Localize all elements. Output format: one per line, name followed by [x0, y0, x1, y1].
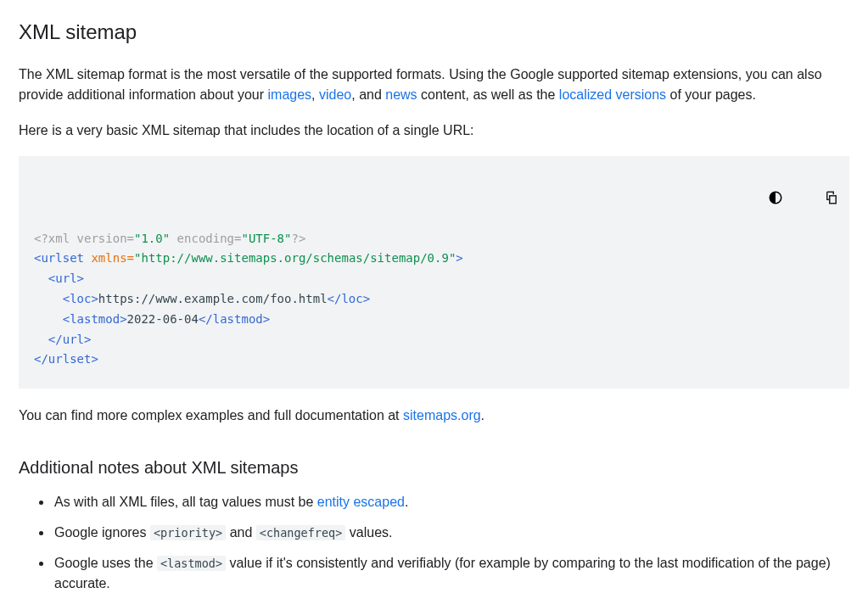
text: and — [226, 525, 256, 540]
code-token: "UTF-8" — [241, 232, 291, 245]
link-entity-escaped[interactable]: entity escaped — [317, 495, 405, 509]
list-item: Google ignores <priority> and <changefre… — [53, 523, 849, 543]
text: . — [481, 408, 484, 422]
notes-list: As with all XML files, all tag values mu… — [19, 492, 849, 593]
example-lead: Here is a very basic XML sitemap that in… — [19, 120, 849, 141]
code-toolbar — [742, 163, 841, 235]
code-token: version= — [77, 232, 134, 245]
text: . — [405, 495, 408, 509]
inline-code: <priority> — [150, 525, 226, 540]
code-token: encoding= — [170, 232, 241, 245]
link-localized-versions[interactable]: localized versions — [559, 87, 666, 102]
code-token: > — [456, 251, 462, 265]
code-token: <urlset — [34, 251, 84, 265]
text: content, as well as the — [417, 87, 559, 102]
code-token: </lastmod> — [199, 312, 270, 326]
code-token: "1.0" — [134, 232, 170, 245]
intro-paragraph: The XML sitemap format is the most versa… — [19, 64, 849, 105]
link-sitemaps-org[interactable]: sitemaps.org — [403, 408, 481, 422]
link-news[interactable]: news — [385, 87, 417, 102]
code-token: <lastmod> — [34, 312, 127, 326]
text: Google ignores — [54, 525, 150, 540]
list-item: As with all XML files, all tag values mu… — [53, 492, 849, 512]
text: You can find more complex examples and f… — [19, 408, 403, 422]
link-video[interactable]: video — [319, 87, 351, 102]
more-examples-paragraph: You can find more complex examples and f… — [19, 406, 849, 426]
theme-toggle-button[interactable] — [742, 163, 786, 235]
code-token: "http://www.sitemaps.org/schemas/sitemap… — [134, 251, 456, 265]
copy-button[interactable] — [797, 163, 841, 235]
list-item: Google uses the <lastmod> value if it's … — [53, 553, 849, 593]
text: Google uses the — [54, 556, 157, 570]
code-token: xmlns= — [84, 251, 134, 265]
text: values. — [345, 525, 392, 540]
link-images[interactable]: images — [268, 87, 312, 102]
copy-icon — [798, 195, 839, 221]
code-token: ?> — [291, 232, 305, 245]
code-token: https://www.example.com/foo.html — [98, 292, 328, 305]
inline-code: <changefreq> — [256, 525, 346, 540]
code-token: <?xml — [34, 232, 77, 245]
inline-code: <lastmod> — [157, 556, 226, 571]
additional-notes-heading: Additional notes about XML sitemaps — [19, 455, 849, 480]
code-token: <loc> — [34, 292, 98, 305]
text: of your pages. — [666, 87, 756, 102]
text: As with all XML files, all tag values mu… — [54, 495, 317, 509]
code-token: </url> — [34, 333, 91, 346]
code-token: <url> — [34, 271, 84, 285]
code-token: </loc> — [328, 292, 371, 305]
code-token: </urlset> — [34, 352, 98, 366]
code-token: 2022-06-04 — [127, 312, 199, 326]
text: , and — [351, 87, 385, 102]
page-title: XML sitemap — [19, 17, 849, 48]
code-block: <?xml version="1.0" encoding="UTF-8"?> <… — [19, 156, 849, 389]
theme-icon — [743, 195, 784, 221]
text: , — [311, 87, 319, 102]
